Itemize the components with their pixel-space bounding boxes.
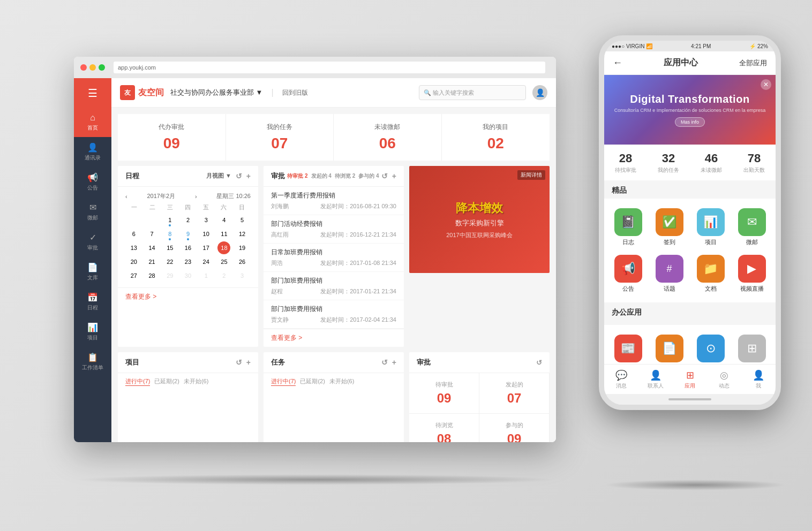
sidebar-item-mail[interactable]: ✉ 微邮 xyxy=(74,197,111,227)
stat-item-projects[interactable]: 我的项目 02 xyxy=(442,114,550,161)
phone-app-document[interactable]: 📄 文档 xyxy=(649,330,690,364)
add-project-button[interactable]: + xyxy=(246,358,251,367)
refresh-tasks-icon[interactable]: ↺ xyxy=(381,358,388,367)
appr-stat-initiated[interactable]: 发起的 07 xyxy=(479,373,550,414)
refresh-approval-icon[interactable]: ↺ xyxy=(381,172,388,180)
phone-stat-3[interactable]: 78 出勤天数 xyxy=(733,145,776,180)
cal-day[interactable]: 14 xyxy=(146,241,159,254)
phone-app-news[interactable]: 📰 新闻 xyxy=(607,330,649,364)
stat-item-mail[interactable]: 未读微邮 06 xyxy=(334,114,442,161)
topbar-search[interactable]: 🔍 输入关键字搜索 xyxy=(419,85,526,100)
cal-day[interactable]: 27 xyxy=(127,269,140,282)
refresh-icon[interactable]: ↺ xyxy=(236,172,242,180)
phone-action-button[interactable]: 全部应用 xyxy=(739,58,767,68)
cal-day[interactable]: 10 xyxy=(200,227,213,240)
cal-day[interactable]: 4 xyxy=(217,214,230,226)
cal-day-today[interactable]: 18 xyxy=(217,241,230,254)
phone-app-docs[interactable]: 📁 文档 xyxy=(690,251,731,297)
add-task-button[interactable]: + xyxy=(392,358,396,367)
cal-day[interactable]: 24 xyxy=(200,255,213,268)
stat-item-tasks[interactable]: 我的任务 07 xyxy=(226,114,334,161)
approval-list-item[interactable]: 部门加班费用报销 赵程 发起时间：2017-01-21 21:34 xyxy=(264,272,404,300)
cal-day[interactable]: 22 xyxy=(163,255,176,268)
phone-stat-1[interactable]: 32 我的任务 xyxy=(647,145,690,180)
close-window-button[interactable] xyxy=(80,64,87,71)
phone-nav-feed[interactable]: ◎ 动态 xyxy=(707,369,741,390)
approval-tab-pending[interactable]: 待审批 2 xyxy=(287,172,307,180)
dept-selector[interactable]: 社交与协同办公服务事业部 ▼ xyxy=(170,88,262,97)
sidebar-logo[interactable]: ☰ xyxy=(74,78,111,108)
calendar-nav-next[interactable]: › xyxy=(195,193,197,200)
projects-tab-delayed[interactable]: 已延期(2) xyxy=(154,377,179,386)
cal-day[interactable] xyxy=(146,214,159,226)
refresh-appr-stats-icon[interactable]: ↺ xyxy=(536,359,542,367)
cal-day[interactable]: 17 xyxy=(200,241,213,254)
home-indicator[interactable] xyxy=(668,398,711,400)
cal-day[interactable]: 2 xyxy=(217,269,230,282)
phone-app-announcement[interactable]: 📢 公告 xyxy=(607,251,649,297)
phone-stat-2[interactable]: 46 未读微邮 xyxy=(690,145,733,180)
phone-back-button[interactable]: ← xyxy=(613,57,622,69)
sidebar-item-contacts[interactable]: 👤 通讯录 xyxy=(74,137,111,167)
cal-day[interactable]: 3 xyxy=(236,269,249,282)
sidebar-item-worklist[interactable]: 📋 工作清单 xyxy=(74,347,111,377)
cal-day[interactable]: 20 xyxy=(127,255,140,268)
cal-day[interactable]: 8 xyxy=(163,227,176,240)
phone-app-mail[interactable]: ✉ 微邮 xyxy=(731,204,772,251)
sidebar-item-calendar[interactable]: 📅 日程 xyxy=(74,287,111,317)
cal-day[interactable]: 15 xyxy=(163,241,176,254)
cal-day[interactable]: 29 xyxy=(163,269,176,282)
cal-day[interactable]: 19 xyxy=(236,241,249,254)
phone-nav-messages[interactable]: 💬 消息 xyxy=(604,369,638,390)
cal-day[interactable]: 1 xyxy=(163,214,176,226)
approval-tab-initiated[interactable]: 发起的 4 xyxy=(311,172,332,180)
banner-panel[interactable]: 降本增效 数字采购新引擎 2017中国互联网采购峰会 新闻详情 xyxy=(409,166,550,273)
user-avatar[interactable]: 👤 xyxy=(532,85,547,100)
add-calendar-button[interactable]: + xyxy=(246,172,251,180)
cal-day[interactable]: 5 xyxy=(236,214,249,226)
sidebar-item-announcements[interactable]: 📢 公告 xyxy=(74,167,111,197)
approval-tab-browsing[interactable]: 待浏览 2 xyxy=(335,172,355,180)
cal-day[interactable]: 13 xyxy=(127,241,140,254)
phone-app-projects[interactable]: 📊 项目 xyxy=(690,204,731,251)
phone-nav-profile[interactable]: 👤 我 xyxy=(741,369,776,390)
calendar-view-selector[interactable]: 月视图 ▼ xyxy=(206,172,231,180)
tasks-tab-delayed[interactable]: 已延期(2) xyxy=(300,377,325,386)
cal-day[interactable]: 26 xyxy=(236,255,249,268)
cal-day[interactable]: 30 xyxy=(182,269,194,282)
phone-app-more[interactable]: ⊞ 更多 xyxy=(731,330,772,364)
sidebar-item-projects[interactable]: 📊 项目 xyxy=(74,317,111,347)
cal-day[interactable]: 16 xyxy=(182,241,194,254)
approval-list-item[interactable]: 日常加班费用报销 周浩 发起时间：2017-01-08 21:34 xyxy=(264,244,404,272)
calendar-see-more[interactable]: 查看更多 > xyxy=(118,287,258,306)
appr-stat-pending[interactable]: 待审批 09 xyxy=(409,373,479,414)
tasks-tab-pending[interactable]: 未开始(6) xyxy=(329,377,354,386)
maximize-window-button[interactable] xyxy=(99,64,105,71)
cal-day[interactable]: 28 xyxy=(146,269,159,282)
projects-tab-active[interactable]: 进行中(7) xyxy=(125,377,150,386)
sidebar-item-library[interactable]: 📄 文库 xyxy=(74,257,111,287)
cal-day[interactable]: 11 xyxy=(217,227,230,240)
appr-stat-browsing[interactable]: 待浏览 08 xyxy=(409,414,479,442)
phone-app-meeting[interactable]: ⊙ 会议 xyxy=(690,330,731,364)
phone-nav-apps[interactable]: ⊞ 应用 xyxy=(673,369,707,390)
approval-see-more[interactable]: 查看更多 > xyxy=(264,329,404,347)
url-bar[interactable]: app.youkj.com xyxy=(114,62,545,73)
sidebar-item-home[interactable]: ⌂ 首页 xyxy=(74,108,111,137)
phone-hero-banner[interactable]: Digital Transformation Consultoría CRM e… xyxy=(604,75,776,145)
phone-app-topic[interactable]: # 话题 xyxy=(649,251,690,297)
cal-day[interactable]: 7 xyxy=(146,227,159,240)
refresh-projects-icon[interactable]: ↺ xyxy=(236,358,242,367)
appr-stat-participated[interactable]: 参与的 09 xyxy=(479,414,550,442)
phone-app-journal[interactable]: 📓 日志 xyxy=(607,204,649,251)
cal-day[interactable]: 3 xyxy=(200,214,213,226)
cal-day[interactable]: 23 xyxy=(182,255,194,268)
cal-day[interactable]: 12 xyxy=(236,227,249,240)
sidebar-item-approval[interactable]: ✓ 审批 xyxy=(74,227,111,257)
approval-list-item[interactable]: 部门加班费用报销 贾文静 发起时间：2017-02-04 21:34 xyxy=(264,300,404,329)
phone-app-video[interactable]: ▶ 视频直播 xyxy=(731,251,772,297)
calendar-nav-prev[interactable]: ‹ xyxy=(125,193,127,200)
approval-list-item[interactable]: 第一季度通行费用报销 刘海鹏 发起时间：2016-08-21 09:30 xyxy=(264,187,404,215)
phone-app-checkin[interactable]: ✅ 签到 xyxy=(649,204,690,251)
approval-list-item[interactable]: 部门活动经费报销 高红雨 发起时间：2016-12-21 21:34 xyxy=(264,215,404,244)
